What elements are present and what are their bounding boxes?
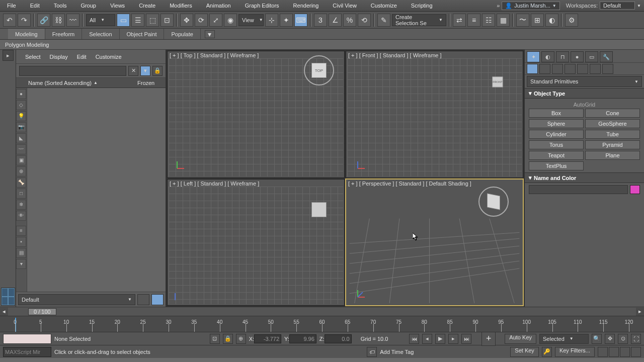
overflow-icon[interactable]: » xyxy=(497,3,500,9)
autogrid-checkbox[interactable]: AutoGrid xyxy=(529,101,640,109)
curve-editor-button[interactable]: 〜 xyxy=(516,14,529,27)
edit-named-selection-button[interactable]: ✎ xyxy=(377,14,390,27)
viewcube-persp[interactable] xyxy=(478,187,509,217)
object-color-swatch[interactable] xyxy=(630,185,640,194)
ref-coord-dropdown[interactable]: View▼ xyxy=(238,14,264,26)
maxscript-listener[interactable]: MAXScript Mir xyxy=(3,347,51,357)
menu-scripting[interactable]: Scripting xyxy=(404,3,440,9)
filter-frozen-icon[interactable]: ❄ xyxy=(16,200,26,210)
orbit-icon[interactable]: ⊙ xyxy=(618,334,628,344)
geometry-category-icon[interactable] xyxy=(527,64,538,74)
spacewarps-category-icon[interactable] xyxy=(590,64,601,74)
timeline[interactable]: 0510152025303540455055606570758085909510… xyxy=(0,316,644,332)
shapes-category-icon[interactable] xyxy=(539,64,550,74)
viewport-perspective[interactable]: [ + ] [ Perspective ] [ Standard ] [ Def… xyxy=(346,179,523,306)
filter-helpers-icon[interactable]: ◣ xyxy=(16,133,26,143)
render-setup-button[interactable]: ⚙ xyxy=(565,14,578,27)
tab-modeling[interactable]: Modeling xyxy=(8,29,45,39)
angle-snap-button[interactable]: ∠ xyxy=(329,14,342,27)
object-type-rollout-head[interactable]: ▾Object Type xyxy=(525,88,644,99)
percent-snap-button[interactable]: % xyxy=(343,14,356,27)
add-time-tag-button[interactable]: Add Time Tag xyxy=(380,349,414,355)
layer-explorer-button[interactable]: ☷ xyxy=(482,14,495,27)
setkey-button[interactable]: Set Key xyxy=(510,347,539,357)
utilities-tab-icon[interactable]: 🔧 xyxy=(600,51,613,62)
sphere-button[interactable]: Sphere xyxy=(529,119,584,128)
x-input[interactable] xyxy=(254,334,281,343)
window-crossing-button[interactable]: ⊡ xyxy=(160,14,174,27)
nav-zoom-all-button[interactable] xyxy=(609,347,619,357)
hierarchy-tab-icon[interactable]: ⊓ xyxy=(556,51,569,62)
viewport-top[interactable]: [ + ] [ Top ] [ Standard ] [ Wireframe ]… xyxy=(167,51,345,178)
material-editor-button[interactable]: ◐ xyxy=(545,14,558,27)
maximize-icon[interactable]: ⛶ xyxy=(631,334,641,344)
rectangular-region-button[interactable]: ⬚ xyxy=(146,14,159,27)
menu-file[interactable]: File xyxy=(0,3,23,9)
viewport-label[interactable]: [ + ] [ Front ] [ Standard ] [ Wireframe… xyxy=(348,52,442,58)
tab-populate[interactable]: Populate xyxy=(164,29,200,39)
zoom-icon[interactable]: 🔍 xyxy=(592,334,602,344)
tab-objectpaint[interactable]: Object Paint xyxy=(120,29,165,39)
scene-menu-customize[interactable]: Customize xyxy=(96,54,122,60)
menu-views[interactable]: Views xyxy=(103,3,132,9)
selection-filter-dropdown[interactable]: All▼ xyxy=(86,14,115,26)
filter-xrefs-icon[interactable]: ⊕ xyxy=(16,166,26,176)
placement-button[interactable]: ◉ xyxy=(224,14,237,27)
col-frozen[interactable]: Frozen xyxy=(137,80,166,86)
layer-btn-1[interactable] xyxy=(137,294,149,305)
nav-fov-button[interactable] xyxy=(631,347,641,357)
viewcube-top[interactable]: TOP xyxy=(304,55,334,85)
filter-options-icon[interactable]: ▾ xyxy=(16,259,26,269)
filter-all-icon[interactable]: ● xyxy=(16,89,26,99)
undo-button[interactable]: ↶ xyxy=(3,14,16,27)
manipulate-button[interactable]: ✦ xyxy=(280,14,293,27)
modify-tab-icon[interactable]: ◐ xyxy=(541,51,554,62)
snap-toggle-button[interactable]: 3 xyxy=(314,14,327,27)
filter-containers-icon[interactable]: □ xyxy=(16,189,26,199)
next-frame-button[interactable]: ▸ xyxy=(448,334,458,344)
primitive-type-dropdown[interactable]: Standard Primitives▼ xyxy=(527,76,642,87)
pivot-button[interactable]: ⊹ xyxy=(265,14,278,27)
viewcube-front[interactable]: FRONT xyxy=(487,71,508,93)
lights-category-icon[interactable] xyxy=(552,64,563,74)
scene-search-input[interactable] xyxy=(19,66,126,76)
filter-lights-icon[interactable]: 💡 xyxy=(16,111,26,121)
set-key-plus-button[interactable]: + xyxy=(481,332,496,346)
toggle-ribbon-button[interactable]: ▦ xyxy=(497,14,510,27)
time-tag-icon[interactable]: 🏷 xyxy=(367,347,377,357)
name-color-rollout-head[interactable]: ▾Name and Color xyxy=(525,172,644,183)
key-filters-icon[interactable]: 🔑 xyxy=(542,347,552,357)
keyboard-shortcut-button[interactable]: ⌨ xyxy=(294,14,307,27)
menu-create[interactable]: Create xyxy=(132,3,163,9)
unlink-button[interactable]: ⛓ xyxy=(52,14,65,27)
selection-lock-field[interactable] xyxy=(3,334,51,344)
scene-list[interactable] xyxy=(27,88,166,292)
goto-start-button[interactable]: ⏮ xyxy=(409,334,419,344)
display-list-icon[interactable]: ≡ xyxy=(16,226,26,236)
filter-cameras-icon[interactable]: 📷 xyxy=(16,122,26,132)
display-tab-icon[interactable]: ▭ xyxy=(585,51,598,62)
viewport-label[interactable]: [ + ] [ Left ] [ Standard ] [ Wireframe … xyxy=(170,180,259,187)
play-button[interactable]: ▶ xyxy=(435,334,445,344)
cameras-category-icon[interactable] xyxy=(565,64,576,74)
cone-button[interactable]: Cone xyxy=(585,109,640,118)
workspace-dropdown[interactable]: Default xyxy=(600,2,635,10)
pyramid-button[interactable]: Pyramid xyxy=(585,140,640,149)
cylinder-button[interactable]: Cylinder xyxy=(529,130,584,139)
menu-animation[interactable]: Animation xyxy=(199,3,238,9)
viewport-layout-button[interactable] xyxy=(1,288,15,306)
ribbon-minimize-button[interactable]: ▾ xyxy=(205,30,215,38)
scene-menu-edit[interactable]: Edit xyxy=(77,54,87,60)
helpers-category-icon[interactable] xyxy=(577,64,588,74)
autokey-button[interactable]: Auto Key xyxy=(505,334,536,344)
abs-rel-button[interactable]: ⊕ xyxy=(236,334,246,344)
object-name-input[interactable] xyxy=(529,185,628,194)
viewport-front[interactable]: [ + ] [ Front ] [ Standard ] [ Wireframe… xyxy=(346,51,523,178)
geosphere-button[interactable]: GeoSphere xyxy=(585,119,640,128)
col-name[interactable]: Name (Sorted Ascending) xyxy=(28,80,92,86)
named-selection-dropdown[interactable]: Create Selection Se▼ xyxy=(392,14,446,26)
display-large-icon[interactable]: ▤ xyxy=(16,248,26,258)
rotate-button[interactable]: ⟳ xyxy=(195,14,208,27)
create-tab-icon[interactable]: ✦ xyxy=(527,51,540,62)
tube-button[interactable]: Tube xyxy=(585,130,640,139)
